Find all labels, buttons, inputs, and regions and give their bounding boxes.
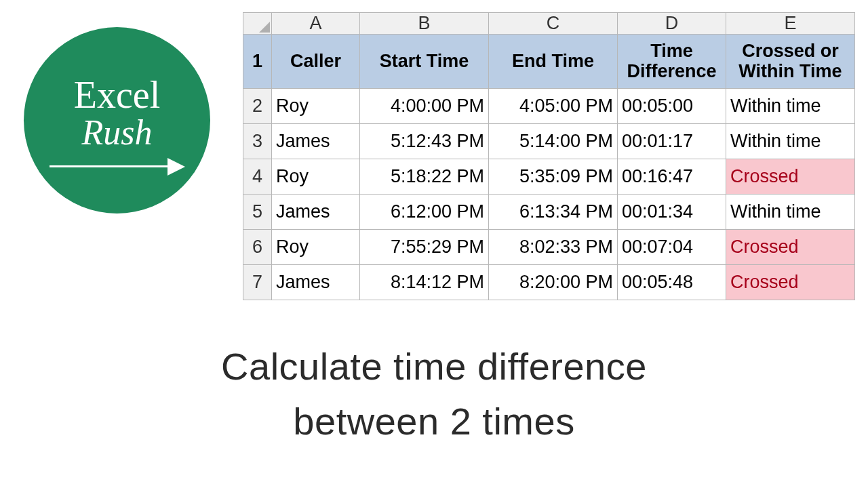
arrow-right-icon (50, 157, 185, 175)
row-header-7[interactable]: 7 (243, 265, 272, 300)
cell-B2[interactable]: 4:00:00 PM (360, 89, 489, 124)
logo-text-1: Excel (74, 76, 160, 114)
cell-E6[interactable]: Crossed (726, 230, 855, 265)
cell-B3[interactable]: 5:12:43 PM (360, 124, 489, 159)
logo-text-2: Rush (82, 115, 153, 150)
cell-D3[interactable]: 00:01:17 (618, 124, 726, 159)
col-header-A[interactable]: A (272, 13, 360, 35)
cell-E2[interactable]: Within time (726, 89, 855, 124)
row-header-3[interactable]: 3 (243, 124, 272, 159)
cell-A6[interactable]: Roy (272, 230, 360, 265)
col-header-C[interactable]: C (489, 13, 618, 35)
cell-B4[interactable]: 5:18:22 PM (360, 159, 489, 195)
col-header-B[interactable]: B (360, 13, 489, 35)
cell-C1[interactable]: End Time (489, 35, 618, 89)
table-row: 4Roy5:18:22 PM5:35:09 PM00:16:47Crossed (243, 159, 855, 195)
row-header-2[interactable]: 2 (243, 89, 272, 124)
col-header-D[interactable]: D (618, 13, 726, 35)
cell-D5[interactable]: 00:01:34 (618, 195, 726, 230)
cell-E1[interactable]: Crossed or Within Time (726, 35, 855, 89)
cell-A5[interactable]: James (272, 195, 360, 230)
cell-A4[interactable]: Roy (272, 159, 360, 195)
table-row: 3James5:12:43 PM5:14:00 PM00:01:17Within… (243, 124, 855, 159)
row-header-4[interactable]: 4 (243, 159, 272, 195)
row-header-6[interactable]: 6 (243, 230, 272, 265)
cell-B1[interactable]: Start Time (360, 35, 489, 89)
table-row: 5James6:12:00 PM6:13:34 PM00:01:34Within… (243, 195, 855, 230)
cell-C4[interactable]: 5:35:09 PM (489, 159, 618, 195)
cell-E5[interactable]: Within time (726, 195, 855, 230)
cell-D7[interactable]: 00:05:48 (618, 265, 726, 300)
cell-B7[interactable]: 8:14:12 PM (360, 265, 489, 300)
cell-D1[interactable]: Time Difference (618, 35, 726, 89)
cell-B6[interactable]: 7:55:29 PM (360, 230, 489, 265)
cell-D2[interactable]: 00:05:00 (618, 89, 726, 124)
cell-E3[interactable]: Within time (726, 124, 855, 159)
select-all-corner[interactable] (243, 13, 272, 35)
table-header-row: 1 Caller Start Time End Time Time Differ… (243, 35, 855, 89)
col-header-E[interactable]: E (726, 13, 855, 35)
cell-C6[interactable]: 8:02:33 PM (489, 230, 618, 265)
cell-C7[interactable]: 8:20:00 PM (489, 265, 618, 300)
table-row: 2Roy4:00:00 PM4:05:00 PM00:05:00Within t… (243, 89, 855, 124)
row-header-5[interactable]: 5 (243, 195, 272, 230)
spreadsheet-table: A B C D E 1 Caller Start Time End Time T… (243, 12, 855, 300)
cell-C3[interactable]: 5:14:00 PM (489, 124, 618, 159)
caption-line-1: Calculate time difference (0, 339, 868, 394)
row-header-1[interactable]: 1 (243, 35, 272, 89)
cell-E4[interactable]: Crossed (726, 159, 855, 195)
cell-A1[interactable]: Caller (272, 35, 360, 89)
table-row: 7James8:14:12 PM8:20:00 PM00:05:48Crosse… (243, 265, 855, 300)
caption-line-2: between 2 times (0, 394, 868, 449)
cell-E7[interactable]: Crossed (726, 265, 855, 300)
table-row: 6Roy7:55:29 PM8:02:33 PM00:07:04Crossed (243, 230, 855, 265)
cell-A7[interactable]: James (272, 265, 360, 300)
cell-D4[interactable]: 00:16:47 (618, 159, 726, 195)
cell-C5[interactable]: 6:13:34 PM (489, 195, 618, 230)
excel-rush-logo: Excel Rush (24, 27, 210, 214)
cell-C2[interactable]: 4:05:00 PM (489, 89, 618, 124)
cell-A2[interactable]: Roy (272, 89, 360, 124)
slide-caption: Calculate time difference between 2 time… (0, 339, 868, 449)
cell-A3[interactable]: James (272, 124, 360, 159)
cell-B5[interactable]: 6:12:00 PM (360, 195, 489, 230)
cell-D6[interactable]: 00:07:04 (618, 230, 726, 265)
